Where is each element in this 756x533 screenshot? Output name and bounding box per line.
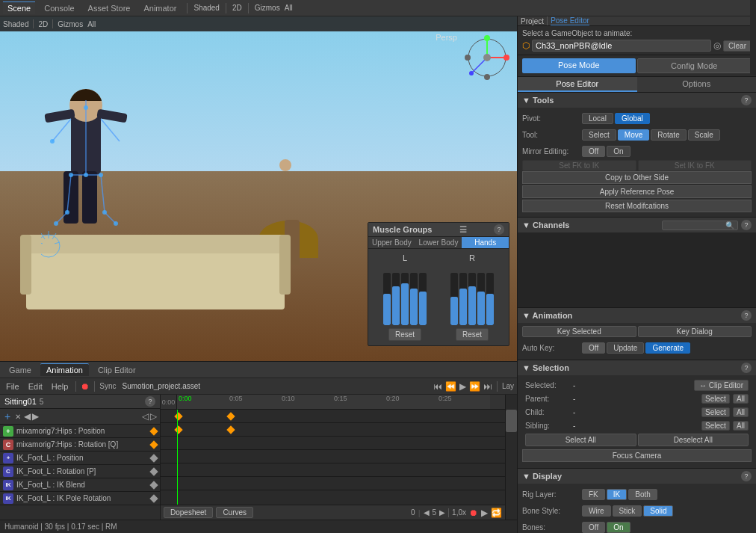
play-start[interactable]: ⏮ xyxy=(433,381,442,392)
pivot-local-btn[interactable]: Local xyxy=(582,113,613,124)
project-tab[interactable]: Project xyxy=(521,17,544,25)
parent-select-btn[interactable]: Select xyxy=(701,394,730,404)
kf-1-1[interactable] xyxy=(174,425,182,434)
tools-section-header[interactable]: ▼ Tools ? xyxy=(518,93,756,108)
prop-row-3[interactable]: C IK_Foot_L : Rotation [P] xyxy=(0,465,160,478)
tool-select-btn[interactable]: Select xyxy=(582,129,616,141)
game-tab[interactable]: Game xyxy=(3,364,37,376)
prev-key-btn[interactable]: ◀ xyxy=(24,411,31,422)
vp-2d[interactable]: 2D xyxy=(38,20,48,28)
pose-editor-window-tab[interactable]: Pose Editor xyxy=(551,16,589,25)
reset-mod-btn[interactable]: Reset Modifcations xyxy=(522,200,752,212)
finger-bar-4[interactable] xyxy=(410,273,418,325)
viewport[interactable]: Shaded 2D Gizmos All Persp xyxy=(0,16,517,361)
deselect-all-btn[interactable]: Deselect All xyxy=(638,434,749,446)
sibling-all-btn[interactable]: All xyxy=(733,421,749,431)
scrollbar-thumb[interactable] xyxy=(506,410,517,432)
options-sub-tab[interactable]: Options xyxy=(637,77,757,92)
asset-store-tab[interactable]: Asset Store xyxy=(84,2,135,14)
mirror-off-btn[interactable]: Off xyxy=(582,146,605,157)
play-btn[interactable]: ▶ xyxy=(459,381,466,392)
animation-tab[interactable]: Animation xyxy=(40,363,89,376)
kf-0-1[interactable] xyxy=(174,412,182,420)
loop-btn[interactable]: 🔁 xyxy=(491,508,502,518)
auto-generate-btn[interactable]: Generate xyxy=(645,342,690,354)
finger-bar-2[interactable] xyxy=(392,273,400,325)
channels-search-input[interactable] xyxy=(666,221,725,229)
vp-all[interactable]: All xyxy=(87,20,96,28)
right-reset-btn[interactable]: Reset xyxy=(456,328,489,341)
bone-wire-btn[interactable]: Wire xyxy=(582,505,611,517)
gizmo-widget[interactable] xyxy=(465,35,509,80)
sibling-select-btn[interactable]: Select xyxy=(701,421,730,431)
rig-ik-btn[interactable]: IK xyxy=(607,489,627,500)
prop-row-1[interactable]: C mixamorig7:Hips : Rotation [Q] xyxy=(0,438,160,452)
config-mode-btn[interactable]: Config Mode xyxy=(637,58,752,73)
pose-mode-btn[interactable]: Pose Mode xyxy=(522,58,636,73)
mirror-on-btn[interactable]: On xyxy=(607,146,630,157)
play-end[interactable]: ⏭ xyxy=(483,381,492,392)
clear-btn[interactable]: Clear xyxy=(723,40,752,52)
hands-tab[interactable]: Hands xyxy=(462,237,509,248)
gizmos-btn[interactable]: Gizmos xyxy=(255,4,280,12)
dopesheet-btn[interactable]: Dopesheet xyxy=(164,507,213,518)
muscle-info-icon[interactable]: ? xyxy=(494,224,504,235)
delete-key-btn[interactable]: ✕ xyxy=(13,413,22,421)
rig-fk-btn[interactable]: FK xyxy=(582,489,605,500)
tool-scale-btn[interactable]: Scale xyxy=(688,129,720,141)
scene-tab[interactable]: Scene xyxy=(3,1,35,14)
clip-editor-tab[interactable]: Clip Editor xyxy=(92,364,142,376)
file-menu[interactable]: File xyxy=(3,382,22,391)
channels-info-icon[interactable]: ? xyxy=(741,220,752,230)
finger-bar-5[interactable] xyxy=(419,273,427,325)
select-all-btn[interactable]: Select All xyxy=(525,434,636,446)
curves-btn[interactable]: Curves xyxy=(216,507,253,518)
child-all-btn[interactable]: All xyxy=(733,407,749,417)
finger-bar-r2[interactable] xyxy=(459,273,467,325)
edit-menu[interactable]: Edit xyxy=(25,382,46,391)
tools-info-icon[interactable]: ? xyxy=(741,95,752,105)
bone-stick-btn[interactable]: Stick xyxy=(613,505,642,517)
animation-section-header[interactable]: ▼ Animation ? xyxy=(518,308,756,323)
prop-row-0[interactable]: + mixamorig7:Hips : Position xyxy=(0,425,160,438)
apply-ref-btn[interactable]: Apply Reference Pose xyxy=(522,185,752,198)
gizmos[interactable]: Gizmos xyxy=(58,20,83,28)
timeline-scrollbar[interactable] xyxy=(505,395,517,520)
muscle-panel-close[interactable]: ☰ xyxy=(459,225,467,235)
prop-row-5[interactable]: IK IK_Foot_L : IK Pole Rotation xyxy=(0,492,160,505)
console-tab[interactable]: Console xyxy=(40,2,78,14)
fk-to-ik-btn[interactable]: Set FK to IK xyxy=(522,160,636,171)
play-back[interactable]: ⏪ xyxy=(445,381,456,392)
auto-off-btn[interactable]: Off xyxy=(582,342,605,354)
kf-1-2[interactable] xyxy=(226,425,235,434)
selection-section-header[interactable]: ▼ Selection ? xyxy=(518,360,756,375)
record-btn[interactable]: ⏺ xyxy=(469,508,478,518)
channels-section-header[interactable]: ▼ Channels 🔍 ? xyxy=(518,218,756,232)
upper-body-tab[interactable]: Upper Body xyxy=(368,237,415,248)
play-btn2[interactable]: ▶ xyxy=(481,508,488,518)
display-info-icon[interactable]: ? xyxy=(741,471,752,481)
display-section-header[interactable]: ▼ Display ? xyxy=(518,469,756,484)
left-reset-btn[interactable]: Reset xyxy=(388,328,421,341)
all-btn[interactable]: All xyxy=(285,4,293,12)
viewport-mode[interactable]: Shaded xyxy=(193,4,219,12)
prop-row-2[interactable]: + IK_Foot_L : Position xyxy=(0,452,160,465)
finger-bar-r4[interactable] xyxy=(477,273,485,325)
lower-body-tab[interactable]: Lower Body xyxy=(415,237,462,248)
pivot-global-btn[interactable]: Global xyxy=(615,113,650,124)
auto-update-btn[interactable]: Update xyxy=(607,342,644,354)
bones-off-btn[interactable]: Off xyxy=(582,522,605,533)
kf-0-2[interactable] xyxy=(226,412,235,420)
animator-tab[interactable]: Animator xyxy=(139,2,181,14)
help-menu[interactable]: Help xyxy=(49,382,72,391)
selection-info-icon[interactable]: ? xyxy=(741,363,752,373)
finger-bar-1[interactable] xyxy=(383,273,391,325)
bone-solid-btn[interactable]: Solid xyxy=(643,505,673,517)
next-key-btn[interactable]: ▶ xyxy=(32,411,39,422)
shaded-mode[interactable]: Shaded xyxy=(3,20,28,28)
nav-right[interactable]: ▷ xyxy=(150,411,157,422)
go-input[interactable] xyxy=(532,40,711,52)
nav-left[interactable]: ◁ xyxy=(142,411,149,422)
add-prop-btn[interactable]: + xyxy=(3,410,12,422)
copy-other-btn[interactable]: Copy to Other Side xyxy=(522,171,752,184)
